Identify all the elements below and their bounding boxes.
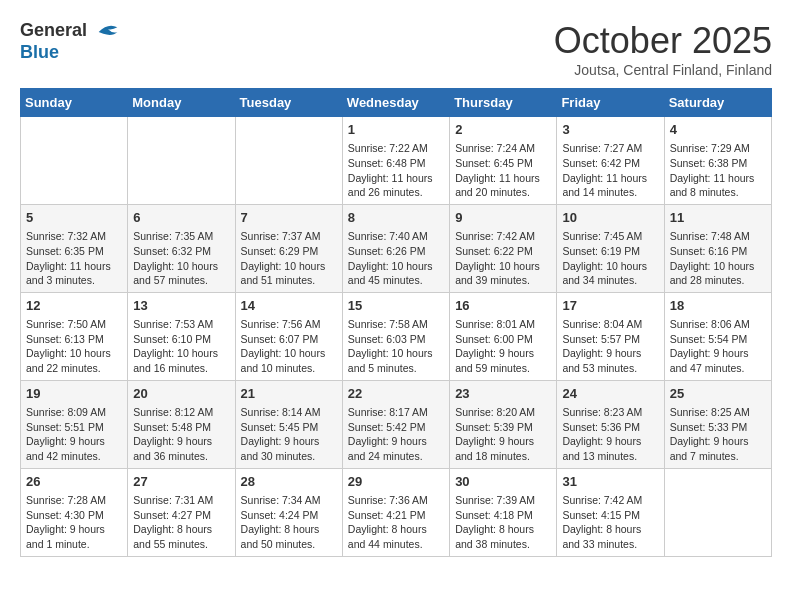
logo-blue: Blue: [20, 42, 59, 62]
sunrise-text: Sunrise: 7:27 AM: [562, 142, 642, 154]
calendar-cell: 9Sunrise: 7:42 AMSunset: 6:22 PMDaylight…: [450, 204, 557, 292]
week-row-1: 1Sunrise: 7:22 AMSunset: 6:48 PMDaylight…: [21, 117, 772, 205]
location-subtitle: Joutsa, Central Finland, Finland: [554, 62, 772, 78]
day-number: 22: [348, 385, 444, 403]
header-monday: Monday: [128, 89, 235, 117]
daylight-text: Daylight: 9 hours and 30 minutes.: [241, 435, 320, 462]
daylight-text: Daylight: 9 hours and 47 minutes.: [670, 347, 749, 374]
calendar-cell: 23Sunrise: 8:20 AMSunset: 5:39 PMDayligh…: [450, 380, 557, 468]
sunset-text: Sunset: 5:39 PM: [455, 421, 533, 433]
day-number: 5: [26, 209, 122, 227]
sunrise-text: Sunrise: 7:22 AM: [348, 142, 428, 154]
sunset-text: Sunset: 5:51 PM: [26, 421, 104, 433]
day-number: 16: [455, 297, 551, 315]
daylight-text: Daylight: 11 hours and 26 minutes.: [348, 172, 433, 199]
calendar-cell: 7Sunrise: 7:37 AMSunset: 6:29 PMDaylight…: [235, 204, 342, 292]
sunrise-text: Sunrise: 7:40 AM: [348, 230, 428, 242]
header-sunday: Sunday: [21, 89, 128, 117]
calendar-cell: [128, 117, 235, 205]
day-number: 14: [241, 297, 337, 315]
sunset-text: Sunset: 5:42 PM: [348, 421, 426, 433]
sunrise-text: Sunrise: 7:56 AM: [241, 318, 321, 330]
day-number: 19: [26, 385, 122, 403]
daylight-text: Daylight: 10 hours and 22 minutes.: [26, 347, 111, 374]
day-number: 20: [133, 385, 229, 403]
calendar-cell: 27Sunrise: 7:31 AMSunset: 4:27 PMDayligh…: [128, 468, 235, 556]
day-number: 30: [455, 473, 551, 491]
daylight-text: Daylight: 8 hours and 33 minutes.: [562, 523, 641, 550]
logo-bird-icon: [94, 22, 122, 42]
title-block: October 2025 Joutsa, Central Finland, Fi…: [554, 20, 772, 78]
day-number: 18: [670, 297, 766, 315]
header-tuesday: Tuesday: [235, 89, 342, 117]
calendar-header-row: Sunday Monday Tuesday Wednesday Thursday…: [21, 89, 772, 117]
header-thursday: Thursday: [450, 89, 557, 117]
sunrise-text: Sunrise: 7:35 AM: [133, 230, 213, 242]
sunrise-text: Sunrise: 8:04 AM: [562, 318, 642, 330]
calendar-cell: 31Sunrise: 7:42 AMSunset: 4:15 PMDayligh…: [557, 468, 664, 556]
page-header: General Blue October 2025 Joutsa, Centra…: [20, 20, 772, 78]
calendar-cell: 17Sunrise: 8:04 AMSunset: 5:57 PMDayligh…: [557, 292, 664, 380]
sunrise-text: Sunrise: 7:24 AM: [455, 142, 535, 154]
calendar-cell: 14Sunrise: 7:56 AMSunset: 6:07 PMDayligh…: [235, 292, 342, 380]
week-row-5: 26Sunrise: 7:28 AMSunset: 4:30 PMDayligh…: [21, 468, 772, 556]
daylight-text: Daylight: 8 hours and 55 minutes.: [133, 523, 212, 550]
calendar-cell: 1Sunrise: 7:22 AMSunset: 6:48 PMDaylight…: [342, 117, 449, 205]
logo-general: General: [20, 20, 87, 40]
sunset-text: Sunset: 6:10 PM: [133, 333, 211, 345]
day-number: 21: [241, 385, 337, 403]
day-number: 12: [26, 297, 122, 315]
sunset-text: Sunset: 6:26 PM: [348, 245, 426, 257]
day-number: 8: [348, 209, 444, 227]
header-friday: Friday: [557, 89, 664, 117]
sunset-text: Sunset: 6:00 PM: [455, 333, 533, 345]
daylight-text: Daylight: 9 hours and 7 minutes.: [670, 435, 749, 462]
sunset-text: Sunset: 6:32 PM: [133, 245, 211, 257]
calendar-table: Sunday Monday Tuesday Wednesday Thursday…: [20, 88, 772, 557]
day-number: 25: [670, 385, 766, 403]
sunset-text: Sunset: 4:15 PM: [562, 509, 640, 521]
sunrise-text: Sunrise: 7:50 AM: [26, 318, 106, 330]
calendar-cell: 22Sunrise: 8:17 AMSunset: 5:42 PMDayligh…: [342, 380, 449, 468]
day-number: 28: [241, 473, 337, 491]
sunset-text: Sunset: 6:22 PM: [455, 245, 533, 257]
day-number: 31: [562, 473, 658, 491]
calendar-cell: 30Sunrise: 7:39 AMSunset: 4:18 PMDayligh…: [450, 468, 557, 556]
sunset-text: Sunset: 6:35 PM: [26, 245, 104, 257]
sunrise-text: Sunrise: 7:31 AM: [133, 494, 213, 506]
calendar-cell: 4Sunrise: 7:29 AMSunset: 6:38 PMDaylight…: [664, 117, 771, 205]
daylight-text: Daylight: 9 hours and 1 minute.: [26, 523, 105, 550]
sunset-text: Sunset: 4:27 PM: [133, 509, 211, 521]
header-wednesday: Wednesday: [342, 89, 449, 117]
sunset-text: Sunset: 5:54 PM: [670, 333, 748, 345]
sunset-text: Sunset: 4:21 PM: [348, 509, 426, 521]
sunrise-text: Sunrise: 8:12 AM: [133, 406, 213, 418]
daylight-text: Daylight: 9 hours and 18 minutes.: [455, 435, 534, 462]
sunset-text: Sunset: 6:48 PM: [348, 157, 426, 169]
day-number: 7: [241, 209, 337, 227]
daylight-text: Daylight: 10 hours and 28 minutes.: [670, 260, 755, 287]
calendar-cell: 18Sunrise: 8:06 AMSunset: 5:54 PMDayligh…: [664, 292, 771, 380]
sunrise-text: Sunrise: 7:45 AM: [562, 230, 642, 242]
calendar-cell: 28Sunrise: 7:34 AMSunset: 4:24 PMDayligh…: [235, 468, 342, 556]
calendar-cell: 21Sunrise: 8:14 AMSunset: 5:45 PMDayligh…: [235, 380, 342, 468]
sunset-text: Sunset: 6:03 PM: [348, 333, 426, 345]
day-number: 10: [562, 209, 658, 227]
day-number: 11: [670, 209, 766, 227]
sunrise-text: Sunrise: 7:42 AM: [562, 494, 642, 506]
calendar-cell: 20Sunrise: 8:12 AMSunset: 5:48 PMDayligh…: [128, 380, 235, 468]
daylight-text: Daylight: 11 hours and 20 minutes.: [455, 172, 540, 199]
day-number: 4: [670, 121, 766, 139]
calendar-cell: 8Sunrise: 7:40 AMSunset: 6:26 PMDaylight…: [342, 204, 449, 292]
calendar-cell: [235, 117, 342, 205]
sunrise-text: Sunrise: 8:23 AM: [562, 406, 642, 418]
daylight-text: Daylight: 10 hours and 51 minutes.: [241, 260, 326, 287]
sunset-text: Sunset: 6:13 PM: [26, 333, 104, 345]
calendar-cell: 19Sunrise: 8:09 AMSunset: 5:51 PMDayligh…: [21, 380, 128, 468]
daylight-text: Daylight: 8 hours and 50 minutes.: [241, 523, 320, 550]
sunrise-text: Sunrise: 7:34 AM: [241, 494, 321, 506]
calendar-cell: 11Sunrise: 7:48 AMSunset: 6:16 PMDayligh…: [664, 204, 771, 292]
week-row-2: 5Sunrise: 7:32 AMSunset: 6:35 PMDaylight…: [21, 204, 772, 292]
sunset-text: Sunset: 6:07 PM: [241, 333, 319, 345]
month-title: October 2025: [554, 20, 772, 62]
